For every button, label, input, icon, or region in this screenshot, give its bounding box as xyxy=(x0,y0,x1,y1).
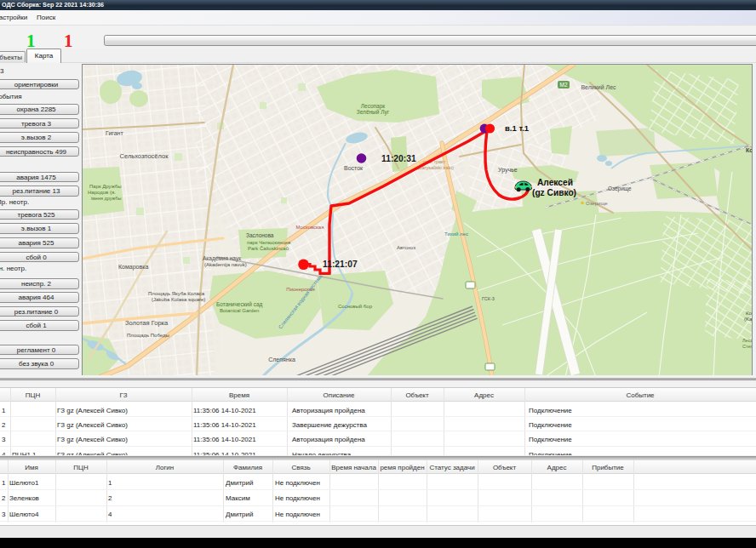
svg-text:Озерище: Озерище xyxy=(608,186,632,192)
svg-text:в.1 т.1: в.1 т.1 xyxy=(505,123,530,133)
svg-text:Заслонова: Заслонова xyxy=(246,232,274,238)
svg-text:Park Čaliuskincaŭ: Park Čaliuskincaŭ xyxy=(248,246,289,251)
svg-text:іменя дружбы: іменя дружбы xyxy=(91,196,122,201)
svg-text:ГСК-3: ГСК-3 xyxy=(482,296,495,301)
svg-text:Площадь Якуба Коласа: Площадь Якуба Коласа xyxy=(148,291,205,296)
svg-text:Лесо: Лесо xyxy=(742,338,753,343)
svg-text:Ботанический сад: Ботанический сад xyxy=(216,301,263,308)
svg-text:Кол: Кол xyxy=(746,147,753,153)
svg-text:(Kalo: (Kalo xyxy=(744,317,753,322)
svg-text:Алексей: Алексей xyxy=(537,178,573,187)
svg-text:Кол: Кол xyxy=(746,311,753,316)
svg-text:11:21:07: 11:21:07 xyxy=(323,260,358,269)
svg-text:Сельхозпосёлок: Сельхозпосёлок xyxy=(120,152,169,160)
svg-text:Академия наук: Академия наук xyxy=(203,255,241,262)
svg-text:Уручье: Уручье xyxy=(498,167,518,174)
svg-text:Степ: Степ xyxy=(742,344,753,349)
svg-text:парк Челюскинцев: парк Челюскинцев xyxy=(247,240,291,245)
svg-text:Народов (я.: Народов (я. xyxy=(88,190,116,195)
svg-text:11:20:31: 11:20:31 xyxy=(381,153,416,163)
svg-text:(gz Сивко): (gz Сивко) xyxy=(532,187,576,197)
svg-text:Зелёный Луг: Зелёный Луг xyxy=(357,109,390,116)
svg-text:Парк Дружбы: Парк Дружбы xyxy=(89,184,122,189)
svg-text:Золотая Горка: Золотая Горка xyxy=(125,319,169,327)
svg-text:Московская: Московская xyxy=(296,225,324,230)
svg-text:Сосновый бор: Сосновый бор xyxy=(338,304,373,309)
svg-text:Тихий лес: Тихий лес xyxy=(444,231,468,237)
svg-text:(Jakuba Kolasa square): (Jakuba Kolasa square) xyxy=(152,297,205,302)
svg-text:Площадь Победы: Площадь Победы xyxy=(127,333,169,338)
svg-text:М2: М2 xyxy=(559,82,567,88)
svg-text:Великий Лес: Великий Лес xyxy=(581,84,616,90)
svg-text:Комаровка: Комаровка xyxy=(118,264,148,271)
svg-text:Botanical Garden: Botanical Garden xyxy=(220,308,259,313)
svg-text:Автохоз: Автохоз xyxy=(397,245,415,250)
svg-text:(Akademija navuk): (Akademija navuk) xyxy=(204,262,247,267)
svg-text:Озерище: Озерище xyxy=(586,201,608,206)
svg-text:Гигант: Гигант xyxy=(106,130,123,136)
svg-text:Восток: Восток xyxy=(344,165,364,171)
svg-text:Слепянка: Слепянка xyxy=(268,357,295,362)
